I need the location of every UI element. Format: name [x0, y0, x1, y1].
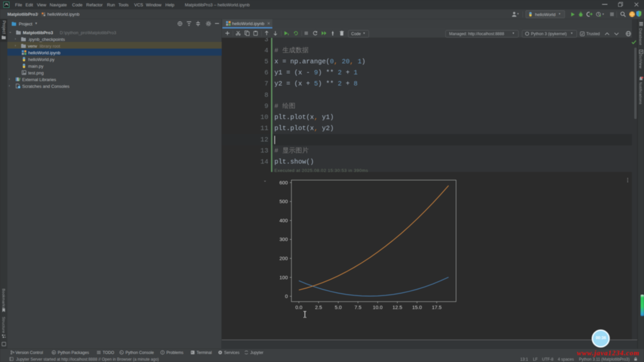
svg-text:7.5: 7.5 — [355, 304, 362, 310]
svg-text:12.5: 12.5 — [392, 304, 402, 310]
svg-text:500: 500 — [279, 198, 288, 204]
svg-text:0: 0 — [285, 293, 288, 299]
svg-text:15.0: 15.0 — [412, 304, 422, 310]
svg-text:0.0: 0.0 — [296, 304, 303, 310]
svg-text:5.0: 5.0 — [335, 304, 342, 310]
svg-text:600: 600 — [279, 180, 288, 185]
svg-text:10.0: 10.0 — [373, 304, 382, 310]
svg-text:200: 200 — [279, 255, 288, 261]
svg-text:17.5: 17.5 — [432, 304, 441, 310]
svg-text:100: 100 — [279, 275, 288, 280]
svg-text:300: 300 — [279, 236, 288, 242]
svg-text:400: 400 — [279, 218, 288, 223]
svg-text:2.5: 2.5 — [315, 304, 322, 310]
